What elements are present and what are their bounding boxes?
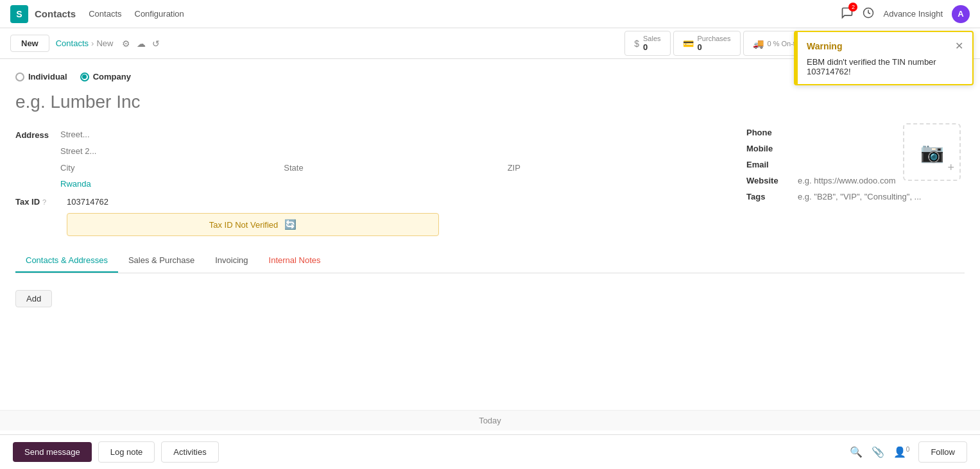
advance-insight-label[interactable]: Advance Insight	[883, 9, 943, 19]
main-content: Individual Company 📷 + Address	[0, 59, 980, 445]
breadcrumb-contacts[interactable]: Contacts	[56, 38, 89, 48]
nav-configuration[interactable]: Configuration	[135, 9, 184, 19]
individual-radio-circle	[15, 72, 24, 81]
notification-icon[interactable]: 2	[841, 6, 854, 21]
clock-icon[interactable]	[863, 7, 874, 21]
warning-header: Warning ✕	[807, 40, 963, 52]
bottom-right-area: 🔍 📎 👤0 Follow	[850, 441, 967, 445]
email-label: Email	[746, 160, 798, 169]
warning-message: EBM didn't verified the TIN number 10371…	[807, 57, 963, 76]
tab-content-contacts-addresses: Add	[15, 284, 965, 314]
individual-label: Individual	[28, 72, 67, 81]
purchases-stat-button[interactable]: 💳 Purchases 0	[673, 31, 741, 56]
tab-contacts-addresses[interactable]: Contacts & Addresses	[15, 249, 118, 273]
city-input[interactable]	[60, 161, 273, 175]
add-photo-plus-icon: +	[947, 161, 954, 175]
warning-title: Warning	[807, 41, 842, 51]
state-input[interactable]	[284, 161, 497, 175]
tax-not-verified-text: Tax ID Not Verified	[209, 220, 279, 230]
tab-sales-purchase[interactable]: Sales & Purchase	[118, 249, 205, 273]
address-label: Address	[15, 128, 60, 140]
toolbar-icons: ⚙ ☁ ↺	[122, 38, 160, 49]
purchases-value: 0	[698, 42, 731, 52]
taxid-value[interactable]: 103714762	[67, 197, 108, 207]
tabs-bar: Contacts & Addresses Sales & Purchase In…	[15, 249, 965, 273]
taxid-label-group: Tax ID ?	[15, 197, 60, 207]
tab-internal-notes[interactable]: Internal Notes	[259, 249, 331, 273]
tags-input[interactable]	[798, 192, 965, 201]
purchases-label: Purchases	[698, 35, 731, 42]
tags-label: Tags	[746, 192, 798, 201]
street2-input[interactable]	[60, 144, 721, 158]
tab-invoicing[interactable]: Invoicing	[205, 249, 258, 273]
activities-button[interactable]: Activities	[161, 441, 218, 445]
new-button[interactable]: New	[10, 35, 49, 52]
nav-contacts[interactable]: Contacts	[89, 9, 121, 19]
taxid-label: Tax ID	[15, 197, 40, 207]
city-state-zip-row	[60, 161, 721, 175]
truck-icon: 🚚	[753, 38, 764, 49]
warning-close-button[interactable]: ✕	[955, 40, 963, 52]
company-radio[interactable]: Company	[80, 72, 131, 81]
street-input[interactable]	[60, 128, 721, 142]
address-field-row: Address Rwanda	[15, 128, 721, 191]
company-label: Company	[93, 72, 131, 81]
add-button[interactable]: Add	[15, 290, 52, 307]
app-logo[interactable]: S	[10, 5, 28, 23]
app-title: Contacts	[35, 8, 76, 19]
photo-upload-button[interactable]: 📷 +	[903, 123, 961, 181]
sales-stat-button[interactable]: $ Sales 0	[624, 31, 670, 56]
cloud-icon[interactable]: ☁	[137, 38, 146, 49]
notification-badge: 2	[848, 3, 857, 12]
today-separator: Today	[0, 410, 980, 431]
taxid-row: Tax ID ? 103714762	[15, 197, 721, 207]
nav-links: Contacts Configuration	[89, 9, 841, 19]
follow-button[interactable]: Follow	[918, 441, 967, 445]
tax-not-verified-banner: Tax ID Not Verified 🔄	[67, 213, 439, 236]
send-message-button[interactable]: Send message	[13, 442, 92, 445]
taxid-help-icon[interactable]: ?	[42, 198, 46, 206]
camera-icon: 📷	[920, 141, 944, 164]
country-value[interactable]: Rwanda	[60, 177, 721, 191]
warning-popup: Warning ✕ EBM didn't verified the TIN nu…	[794, 31, 974, 85]
address-inputs: Rwanda	[60, 128, 721, 191]
top-navigation: S Contacts Contacts Configuration 2 Adva…	[0, 0, 980, 28]
log-note-button[interactable]: Log note	[98, 441, 155, 445]
refresh-icon[interactable]: ↺	[152, 38, 160, 49]
purchases-icon: 💳	[683, 38, 694, 49]
individual-radio[interactable]: Individual	[15, 72, 67, 81]
breadcrumb-new: New	[96, 38, 113, 48]
top-right-area: 2 Advance Insight A	[841, 5, 970, 23]
tags-field-row: Tags	[746, 192, 965, 201]
refresh-tax-icon[interactable]: 🔄	[284, 219, 297, 230]
form-grid: Address Rwanda Tax ID ?	[15, 128, 965, 236]
company-name-input[interactable]	[15, 92, 775, 112]
phone-label: Phone	[746, 128, 798, 137]
mobile-label: Mobile	[746, 144, 798, 153]
zip-input[interactable]	[508, 161, 721, 175]
sales-icon: $	[634, 38, 639, 49]
form-left: Address Rwanda Tax ID ?	[15, 128, 721, 236]
website-label: Website	[746, 176, 798, 185]
breadcrumb: Contacts › New	[56, 38, 114, 48]
sales-label: Sales	[643, 35, 661, 42]
bottom-bar: Send message Log note Activities 🔍 📎 👤0 …	[0, 434, 980, 445]
user-avatar[interactable]: A	[952, 5, 970, 23]
settings-icon[interactable]: ⚙	[122, 38, 130, 49]
company-radio-circle	[80, 72, 89, 81]
sales-value: 0	[643, 42, 661, 52]
